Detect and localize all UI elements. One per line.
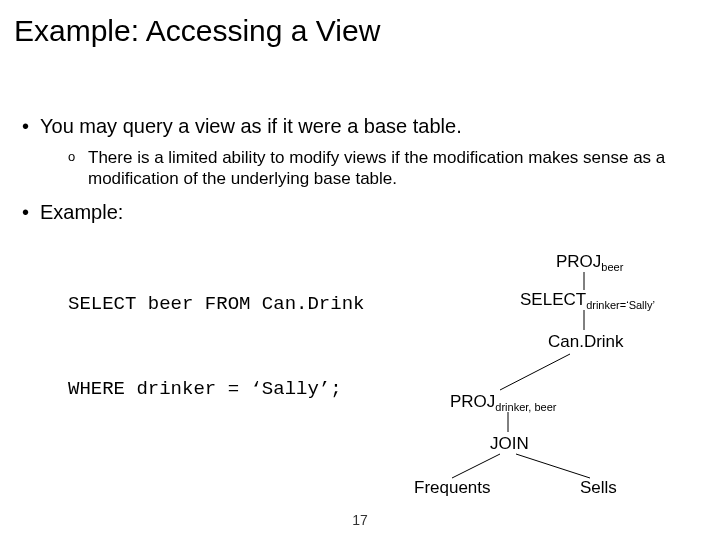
tree-node-proj-beer: PROJbeer xyxy=(556,252,623,273)
bullet-circle: o xyxy=(68,147,88,190)
bullet-level1: • Example: xyxy=(22,200,698,225)
tree-node-sells: Sells xyxy=(580,478,617,498)
bullet-level1: • You may query a view as if it were a b… xyxy=(22,114,698,139)
bullet-level2: o There is a limited ability to modify v… xyxy=(68,147,698,190)
tree-node-select: SELECTdrinker=‘Sally’ xyxy=(520,290,655,311)
bullet-text: There is a limited ability to modify vie… xyxy=(88,147,698,190)
slide-title: Example: Accessing a View xyxy=(14,14,380,48)
slide-body: • You may query a view as if it were a b… xyxy=(22,114,698,461)
bullet-dot: • xyxy=(22,114,40,139)
code-line: WHERE drinker = ‘Sally’; xyxy=(68,375,698,404)
page-number: 17 xyxy=(0,512,720,528)
tree-node-join: JOIN xyxy=(490,434,529,454)
bullet-text: Example: xyxy=(40,200,123,225)
bullet-text: You may query a view as if it were a bas… xyxy=(40,114,462,139)
tree-node-frequents: Frequents xyxy=(414,478,491,498)
bullet-dot: • xyxy=(22,200,40,225)
tree-node-proj-drinker-beer: PROJdrinker, beer xyxy=(450,392,557,413)
tree-node-candrink: Can.Drink xyxy=(548,332,624,352)
